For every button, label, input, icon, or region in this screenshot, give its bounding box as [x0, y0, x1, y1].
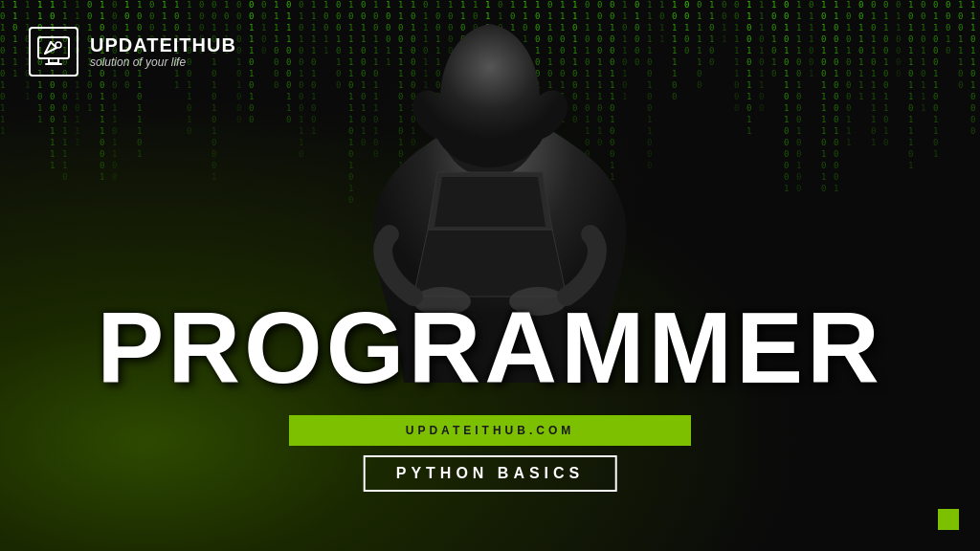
- logo-tagline: solution of your life: [90, 55, 236, 69]
- svg-rect-0: [38, 37, 69, 58]
- logo-text-group: UPDATEITHUB solution of your life: [90, 34, 236, 69]
- programmer-heading: PROGRAMMER: [0, 298, 980, 398]
- url-text: UPDATEITHUB.COM: [406, 424, 574, 437]
- programmer-title: PROGRAMMER: [0, 298, 980, 398]
- scene-background: 1010010101111101111111011011110010110111…: [0, 0, 980, 551]
- logo-icon: [29, 27, 78, 77]
- svg-point-6: [56, 42, 61, 48]
- python-basics-box: PYTHON BASICS: [364, 455, 617, 492]
- green-corner-square: [938, 509, 959, 530]
- svg-rect-2: [45, 63, 62, 65]
- logo-area: UPDATEITHUB solution of your life: [29, 27, 236, 77]
- url-banner: UPDATEITHUB.COM: [289, 415, 691, 446]
- python-basics-label: PYTHON BASICS: [396, 465, 585, 481]
- logo-name: UPDATEITHUB: [90, 34, 236, 55]
- svg-rect-1: [49, 58, 58, 63]
